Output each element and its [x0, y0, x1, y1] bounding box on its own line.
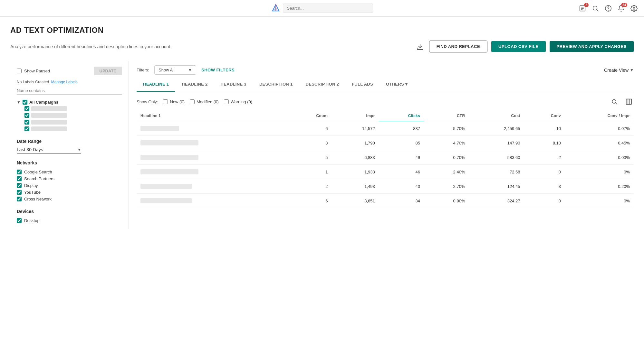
cost-cell-4: 72.58 — [469, 165, 524, 179]
campaign-tree: ▼ All Campaigns ████████████ ███████████… — [17, 99, 122, 132]
campaigns-icon-wrap[interactable]: 8 — [579, 5, 586, 12]
col-conv[interactable]: Conv — [524, 111, 565, 121]
manage-labels-link[interactable]: Manage Labels — [51, 80, 78, 84]
tab-headline3[interactable]: HEADLINE 3 — [214, 77, 253, 92]
create-view-wrap[interactable]: Create View ▼ — [604, 68, 634, 73]
download-icon-btn[interactable] — [415, 42, 425, 52]
campaign-2-checkbox[interactable] — [24, 113, 29, 118]
name-contains-input[interactable] — [17, 87, 122, 95]
col-clicks[interactable]: Clicks — [379, 111, 424, 121]
tab-headline2[interactable]: HEADLINE 2 — [175, 77, 214, 92]
clicks-cell-6: 34 — [379, 194, 424, 208]
headline-cell-3 — [140, 155, 198, 160]
devices-label: Devices — [17, 209, 122, 214]
impr-cell-1: 14,572 — [332, 121, 379, 136]
conv-cell-4: 0 — [524, 165, 565, 179]
help-icon-wrap[interactable] — [605, 5, 612, 12]
show-paused-label: Show Paused — [24, 69, 50, 73]
device-desktop-label: Desktop — [24, 218, 40, 223]
search-icon-wrap[interactable] — [592, 5, 599, 12]
network-google-search: Google Search — [17, 169, 122, 175]
campaigns-badge: 8 — [584, 3, 589, 7]
table-header-row: Headline 1 Count Impr Clicks CTR Cost Co… — [137, 111, 634, 121]
network-cross: Cross Network — [17, 196, 122, 202]
col-conv-impr[interactable]: Conv / Impr — [565, 111, 634, 121]
headline-cell-4 — [140, 169, 198, 174]
date-range-select[interactable]: Last 30 Days ▼ — [17, 147, 81, 154]
count-cell-2: 3 — [287, 136, 332, 150]
headline-cell-6 — [140, 198, 192, 203]
campaign-children: ████████████ ████████████ ████████████ █… — [17, 105, 122, 132]
ctr-cell-4: 2.40% — [424, 165, 469, 179]
svg-line-14 — [616, 103, 617, 105]
show-only-modified-label: Modified (0) — [197, 99, 219, 104]
notifications-icon-wrap[interactable]: 24 — [618, 5, 625, 12]
col-headline1[interactable]: Headline 1 — [137, 111, 287, 121]
cost-cell-5: 124.45 — [469, 179, 524, 194]
network-google-search-checkbox[interactable] — [17, 170, 22, 174]
filter-show-all-text: Show All — [159, 68, 186, 72]
show-only-warning-label: Warning (0) — [231, 99, 252, 104]
network-search-partners-checkbox[interactable] — [17, 176, 22, 181]
col-count[interactable]: Count — [287, 111, 332, 121]
network-youtube-checkbox[interactable] — [17, 190, 22, 195]
campaign-1-checkbox[interactable] — [24, 106, 29, 111]
tab-description2[interactable]: DESCRIPTION 2 — [299, 77, 345, 92]
network-youtube-label: YouTube — [24, 190, 41, 195]
table-search-button[interactable] — [610, 97, 619, 106]
conv-cell-1: 10 — [524, 121, 565, 136]
update-button[interactable]: UPDATE — [94, 67, 122, 75]
show-filters-button[interactable]: SHOW FILTERS — [201, 68, 235, 72]
show-only-new-checkbox[interactable] — [163, 99, 168, 104]
filters-bar: Filters: Show All ▼ SHOW FILTERS Create … — [137, 61, 634, 75]
sidebar: Show Paused UPDATE No Labels Created. Ma… — [10, 61, 129, 229]
col-impr[interactable]: Impr — [332, 111, 379, 121]
show-only-row: Show Only: New (0) Modified (0) Warning … — [137, 92, 634, 111]
devices-section: Devices Desktop — [17, 209, 122, 224]
create-view-label: Create View — [604, 68, 629, 73]
page-title: AD TEXT OPTIMIZATION — [10, 26, 634, 35]
settings-icon-wrap[interactable] — [630, 5, 638, 12]
tree-expand-icon[interactable]: ▼ — [17, 100, 21, 105]
tab-description1[interactable]: DESCRIPTION 1 — [253, 77, 299, 92]
show-paused-checkbox[interactable] — [17, 69, 22, 73]
columns-icon — [625, 98, 632, 105]
preview-apply-button[interactable]: PREVIEW AND APPLY CHANGES — [550, 41, 634, 52]
date-range-section-label: Date Range — [17, 139, 122, 144]
filter-show-all-select[interactable]: Show All ▼ — [154, 65, 196, 75]
tab-headline1[interactable]: HEADLINE 1 — [137, 77, 175, 92]
network-display-checkbox[interactable] — [17, 183, 22, 188]
show-only-modified-checkbox[interactable] — [190, 99, 195, 104]
download-icon — [416, 43, 424, 51]
nav-right: 8 24 — [579, 5, 638, 12]
columns-toggle-button[interactable] — [624, 97, 634, 107]
conv-cell-3: 2 — [524, 150, 565, 165]
network-cross-checkbox[interactable] — [17, 197, 22, 201]
all-campaigns-checkbox[interactable] — [23, 100, 27, 105]
clicks-cell-2: 85 — [379, 136, 424, 150]
campaign-2-label: ████████████ — [31, 113, 67, 118]
device-desktop-checkbox[interactable] — [17, 218, 22, 223]
tree-child-4: ████████████ — [24, 125, 122, 132]
date-range-chevron-icon: ▼ — [77, 147, 81, 152]
notifications-badge: 24 — [621, 3, 627, 7]
show-only-warning-checkbox[interactable] — [224, 99, 229, 104]
col-ctr[interactable]: CTR — [424, 111, 469, 121]
find-replace-button[interactable]: FIND AND REPLACE — [429, 41, 487, 52]
table-row: 2 1,493 40 2.70% 124.45 3 0.20% — [137, 179, 634, 194]
col-cost[interactable]: Cost — [469, 111, 524, 121]
tab-full-ads[interactable]: FULL ADS — [345, 77, 380, 92]
campaign-3-checkbox[interactable] — [24, 120, 29, 125]
nav-search-input[interactable] — [283, 4, 373, 13]
headline-cell-1 — [140, 126, 179, 131]
network-display-label: Display — [24, 183, 38, 188]
device-desktop: Desktop — [17, 217, 122, 224]
network-display: Display — [17, 182, 122, 189]
svg-point-11 — [633, 7, 635, 9]
count-cell-1: 6 — [287, 121, 332, 136]
tab-others[interactable]: OTHERS ▾ — [380, 77, 414, 92]
upload-csv-button[interactable]: UPLOAD CSV FILE — [491, 41, 546, 52]
conv-cell-5: 3 — [524, 179, 565, 194]
show-only-new: New (0) — [163, 99, 185, 104]
campaign-4-checkbox[interactable] — [24, 126, 29, 131]
